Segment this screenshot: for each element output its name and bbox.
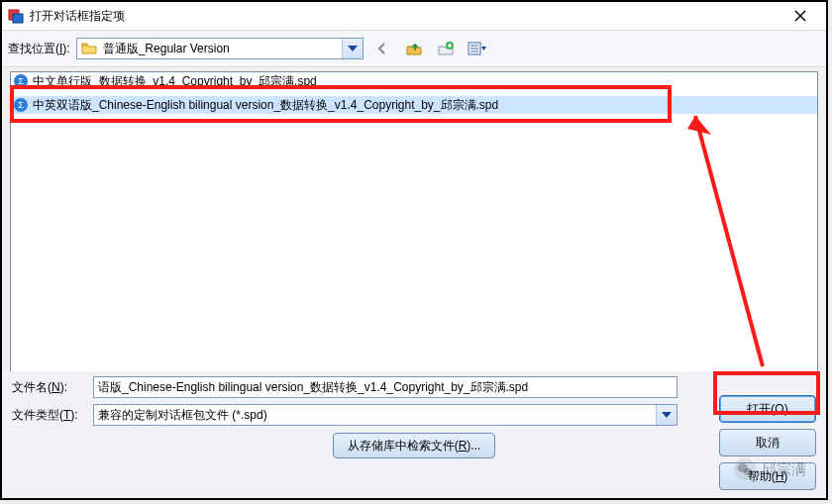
file-name: 中英双语版_Chinese-English bilingual version_… (33, 97, 498, 114)
app-icon (8, 8, 24, 24)
filename-label: 文件名(N): (12, 379, 83, 396)
close-button[interactable] (780, 2, 820, 30)
lookin-dropdown-button[interactable] (342, 39, 363, 58)
watermark: 邱宗满 (734, 458, 806, 480)
file-list[interactable]: Σ 中文单行版_数据转换_v1.4_Copyright_by_邱宗满.spd Σ… (10, 71, 818, 378)
svg-text:Σ: Σ (18, 76, 24, 86)
titlebar[interactable]: 打开对话框指定项 (2, 2, 826, 31)
cancel-button[interactable]: 取消 (719, 429, 816, 456)
lookin-label: 查找位置(I): (8, 41, 70, 57)
filetype-label: 文件类型(T): (12, 407, 83, 424)
lookin-dropdown[interactable]: 普通版_Regular Version (76, 38, 364, 59)
svg-point-17 (744, 468, 752, 475)
dialog-title: 打开对话框指定项 (30, 8, 780, 25)
retrieve-from-repository-button[interactable]: 从存储库中检索文件(R)... (333, 433, 496, 458)
svg-text:Σ: Σ (18, 100, 24, 110)
lookin-toolbar: 查找位置(I): 普通版_Regular Version (2, 31, 826, 67)
filetype-value: 兼容的定制对话框包文件 (*.spd) (94, 407, 656, 424)
view-menu-button[interactable] (465, 37, 490, 60)
file-name: 中文单行版_数据转换_v1.4_Copyright_by_邱宗满.spd (33, 73, 317, 90)
new-folder-button[interactable] (433, 37, 459, 60)
filetype-dropdown-button[interactable] (656, 405, 676, 425)
folder-icon (81, 41, 97, 56)
up-one-level-button[interactable] (401, 37, 427, 60)
svg-rect-4 (82, 44, 87, 46)
open-button[interactable]: 打开(O) (719, 395, 816, 423)
list-item[interactable]: Σ 中文单行版_数据转换_v1.4_Copyright_by_邱宗满.spd (11, 72, 817, 90)
spd-file-icon: Σ (13, 73, 29, 89)
wechat-icon (734, 458, 756, 480)
filetype-dropdown[interactable]: 兼容的定制对话框包文件 (*.spd) (93, 404, 677, 426)
spd-file-icon: Σ (13, 97, 29, 113)
dialog-window: 打开对话框指定项 查找位置(I): 普通版_Regular Version (0, 0, 828, 500)
filename-input[interactable]: 语版_Chinese-English bilingual version_数据转… (93, 376, 677, 398)
lookin-value: 普通版_Regular Version (101, 41, 342, 57)
bottom-panel: 文件名(N): 语版_Chinese-English bilingual ver… (2, 371, 826, 498)
list-item[interactable]: Σ 中英双语版_Chinese-English bilingual versio… (11, 96, 817, 114)
watermark-text: 邱宗满 (762, 460, 806, 479)
back-button[interactable] (369, 37, 395, 60)
svg-rect-1 (13, 14, 23, 23)
